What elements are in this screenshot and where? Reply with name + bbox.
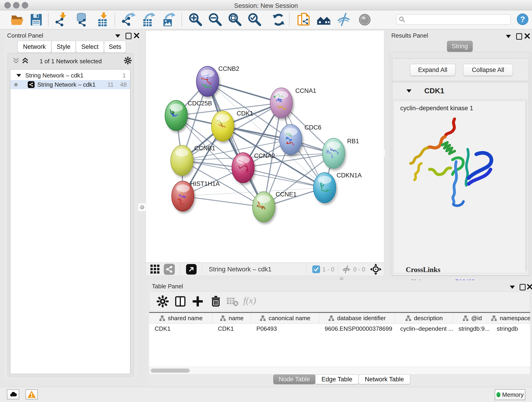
help-icon[interactable]: ?: [516, 13, 529, 26]
network-node-CDC6[interactable]: CDC6: [279, 124, 322, 155]
tab-style[interactable]: Style: [51, 41, 76, 53]
gear-icon[interactable]: [156, 295, 169, 308]
node-label-CCNB1: CCNB1: [194, 145, 215, 152]
tab-node-table[interactable]: Node Table: [273, 375, 315, 384]
memory-button[interactable]: Memory: [495, 389, 525, 400]
string-view-icon[interactable]: [164, 264, 175, 275]
zoom-out-icon[interactable]: [208, 12, 223, 27]
left-splitter-handle[interactable]: [138, 203, 146, 211]
zoom-selected-icon[interactable]: [247, 12, 262, 27]
results-panel-float-icon[interactable]: [516, 33, 522, 40]
tab-string[interactable]: String: [447, 41, 473, 52]
refresh-view-icon[interactable]: [271, 12, 286, 27]
tab-network-table[interactable]: Network Table: [359, 375, 410, 384]
export-table-icon[interactable]: [141, 12, 155, 27]
window-title: Session: New Session: [0, 2, 532, 9]
tab-network[interactable]: Network: [17, 41, 51, 53]
column-header--id[interactable]: @id: [453, 313, 491, 323]
import-network-file-icon[interactable]: [54, 12, 69, 27]
search-icon: [399, 16, 405, 23]
export-network-icon[interactable]: [121, 12, 136, 27]
birdseye-crosshair-icon[interactable]: [370, 263, 382, 275]
table-panel-title: Table Panel: [152, 283, 183, 290]
tab-select-label: Select: [81, 43, 99, 51]
toolbar-separator: [181, 13, 182, 26]
table-cell[interactable]: stringdb: [491, 324, 530, 334]
string-network-graph[interactable]: CCNB2CCNA1CDC25BCDK1CDC6RB1CCNB1CCNA2CDK…: [146, 31, 384, 262]
network-collection-label: String Network – cdk1: [25, 72, 83, 79]
table-cell[interactable]: P06493: [251, 324, 319, 334]
table-cell[interactable]: cyclin–dependent ...: [395, 324, 453, 334]
gene-section-header[interactable]: CDK1: [392, 82, 529, 100]
tree-expander-icon[interactable]: [17, 74, 21, 77]
network-options-gear-icon[interactable]: [124, 56, 132, 65]
results-panel-menu-icon[interactable]: [506, 35, 511, 38]
import-network-database-icon[interactable]: [74, 12, 89, 27]
hide-selected-icon[interactable]: [336, 12, 351, 27]
delete-column-icon[interactable]: [209, 295, 222, 308]
column-header-description[interactable]: description: [395, 313, 453, 323]
control-panel-float-icon[interactable]: [126, 33, 132, 39]
selected-checkbox-icon[interactable]: [312, 265, 320, 273]
network-node-CCNE1[interactable]: CCNE1: [253, 191, 297, 222]
network-canvas[interactable]: CCNB2CCNA1CDC25BCDK1CDC6RB1CCNB1CCNA2CDK…: [146, 30, 384, 263]
table-hscrollbar[interactable]: [149, 367, 530, 375]
copy-network-icon[interactable]: [297, 12, 311, 27]
import-table-icon[interactable]: [95, 12, 109, 27]
table-panel-float-icon[interactable]: [520, 284, 526, 290]
expand-all-button[interactable]: Expand All: [410, 64, 456, 76]
column-header-label: shared name: [168, 315, 203, 322]
tab-select[interactable]: Select: [76, 41, 104, 53]
table-cell[interactable]: 9606.ENSP00000378699: [319, 324, 395, 334]
search-input[interactable]: [405, 16, 503, 23]
collapse-all-button[interactable]: Collapse All: [463, 64, 513, 76]
show-all-icon[interactable]: [357, 12, 372, 27]
network-node-CDC25B[interactable]: CDC25B: [165, 100, 212, 131]
network-node-CCNA1[interactable]: CCNA1: [270, 87, 317, 118]
zoom-fit-icon[interactable]: [228, 12, 242, 27]
table-row[interactable]: CDK1CDK1P064939606.ENSP00000378699cyclin…: [149, 324, 530, 334]
tab-style-label: Style: [57, 43, 70, 51]
network-node-HIST1H1A[interactable]: HIST1H1A: [172, 180, 220, 211]
cloud-button[interactable]: [7, 389, 19, 400]
table-cell[interactable]: CDK1: [149, 324, 212, 334]
column-header-canonical-name[interactable]: canonical name: [251, 313, 319, 323]
toolbar-separator: [289, 13, 290, 26]
control-panel-menu-icon[interactable]: [115, 34, 120, 38]
table-panel-menu-icon[interactable]: [510, 286, 515, 289]
warning-button[interactable]: [25, 389, 38, 400]
network-node-RB1[interactable]: RB1: [322, 138, 359, 168]
tab-edge-table[interactable]: Edge Table: [315, 375, 359, 384]
network-node-CDKN1A[interactable]: CDKN1A: [313, 172, 362, 203]
open-in-window-icon[interactable]: [186, 264, 196, 274]
export-image-icon[interactable]: [161, 12, 176, 27]
column-header-database-identifier[interactable]: database identifier: [319, 313, 395, 323]
control-panel-close-icon[interactable]: [133, 32, 139, 39]
table-panel: Table Panel f(x) shared namenamecanonica…: [147, 280, 532, 386]
home-icon[interactable]: [317, 12, 331, 27]
network-node-CCNB1[interactable]: CCNB1: [171, 145, 215, 176]
network-row[interactable]: String Network – cdk1 11 48: [11, 80, 130, 89]
search-box[interactable]: [396, 14, 511, 25]
column-header-name[interactable]: name: [212, 313, 251, 323]
gene-collapse-icon[interactable]: [406, 89, 412, 93]
save-session-icon[interactable]: [29, 12, 44, 27]
open-file-icon[interactable]: [10, 12, 25, 27]
network-edge-count: 48: [120, 81, 127, 88]
zoom-in-icon[interactable]: [188, 12, 203, 27]
network-node-CCNB2[interactable]: CCNB2: [196, 65, 239, 96]
table-panel-close-icon[interactable]: [527, 284, 532, 291]
column-header-shared-name[interactable]: shared name: [149, 313, 212, 323]
columns-icon[interactable]: [174, 295, 187, 308]
column-header-namespace[interactable]: namespace: [491, 313, 530, 323]
results-scrollbar[interactable]: [525, 102, 527, 271]
table-cell[interactable]: CDK1: [212, 324, 251, 334]
network-collection-row[interactable]: String Network – cdk1 1: [11, 71, 130, 80]
tab-sets[interactable]: Sets: [104, 41, 126, 53]
results-panel-close-icon[interactable]: [524, 33, 530, 40]
grid-view-icon[interactable]: [150, 264, 161, 275]
table-hscrollbar-thumb[interactable]: [151, 369, 190, 373]
add-column-icon[interactable]: [191, 295, 204, 308]
table-cell[interactable]: stringdb:9...: [453, 324, 491, 334]
hidden-eye-icon[interactable]: [341, 264, 351, 274]
